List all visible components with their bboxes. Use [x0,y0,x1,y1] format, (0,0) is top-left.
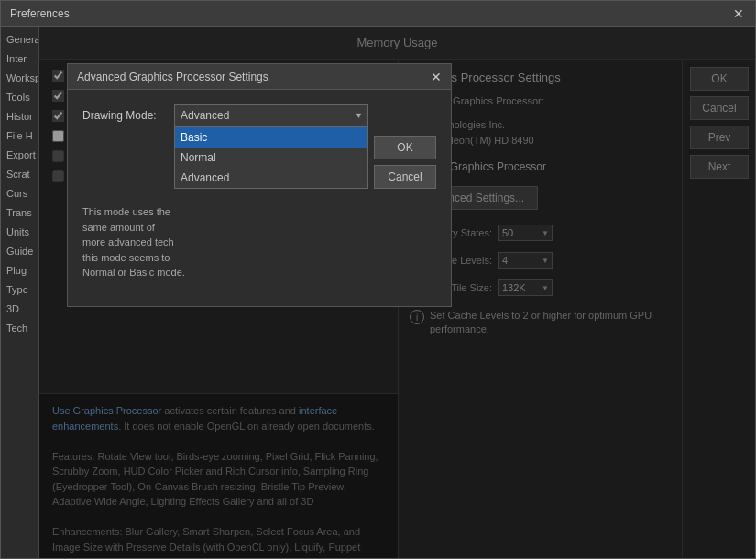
sidebar-item-cursors[interactable]: Curs [1,184,38,203]
dialog-title: Advanced Graphics Processor Settings [77,71,268,83]
mode-description: This mode uses thesame amount ofmore adv… [82,204,368,280]
dialog-overlay: Advanced Graphics Processor Settings ✕ D… [39,27,755,558]
dialog-title-bar: Advanced Graphics Processor Settings ✕ [68,64,451,90]
sidebar-item-tech[interactable]: Tech [1,319,38,337]
dropdown-list: Basic Normal Advanced [174,126,368,189]
sidebar-item-workspace[interactable]: Worksp [1,69,38,87]
dropdown-arrow-icon: ▼ [355,111,363,120]
drawing-mode-row: Drawing Mode: Advanced ▼ Basic Normal [82,104,368,126]
sidebar-item-trans[interactable]: Trans [1,203,38,222]
sidebar-item-units[interactable]: Units [1,223,38,241]
sidebar-item-3d[interactable]: 3D [1,300,38,318]
sidebar-item-fileh[interactable]: File H [1,126,38,145]
dropdown-item-normal[interactable]: Normal [175,148,367,168]
dropdown-selected-text: Advanced [181,109,229,122]
sidebar-item-guides[interactable]: Guide [1,242,38,260]
pref-main: Memory Usage Use Graphics Processor to A… [39,27,755,558]
dialog-close-button[interactable]: ✕ [431,70,442,84]
drawing-mode-dropdown[interactable]: Advanced ▼ Basic Normal Advanced [174,104,368,126]
sidebar-item-scratch[interactable]: Scrat [1,165,38,183]
dropdown-item-advanced[interactable]: Advanced [175,168,367,188]
sidebar-item-export[interactable]: Export [1,146,38,164]
dialog: Advanced Graphics Processor Settings ✕ D… [67,63,452,307]
dialog-buttons: OK Cancel [374,136,436,189]
dialog-cancel-button[interactable]: Cancel [374,165,436,189]
window-close-button[interactable]: ✕ [731,6,746,21]
drawing-mode-label: Drawing Mode: [82,109,165,122]
preferences-window: Preferences ✕ General Inter Worksp Tools… [0,0,756,559]
dialog-body: Drawing Mode: Advanced ▼ Basic Normal [68,90,451,306]
sidebar-item-plugins[interactable]: Plug [1,261,38,280]
dropdown-item-basic[interactable]: Basic [175,127,367,148]
dropdown-selected-value[interactable]: Advanced ▼ [174,104,368,126]
window-title: Preferences [10,7,70,20]
sidebar-item-history[interactable]: Histor [1,107,38,126]
sidebar-item-type[interactable]: Type [1,280,38,299]
sidebar-item-interface[interactable]: Inter [1,49,38,68]
sidebar-item-general[interactable]: General [1,30,38,49]
title-bar: Preferences ✕ [1,1,755,27]
sidebar: General Inter Worksp Tools Histor File H… [1,27,39,558]
content-area: General Inter Worksp Tools Histor File H… [1,27,755,558]
sidebar-item-tools[interactable]: Tools [1,88,38,106]
dialog-ok-button[interactable]: OK [374,136,436,159]
